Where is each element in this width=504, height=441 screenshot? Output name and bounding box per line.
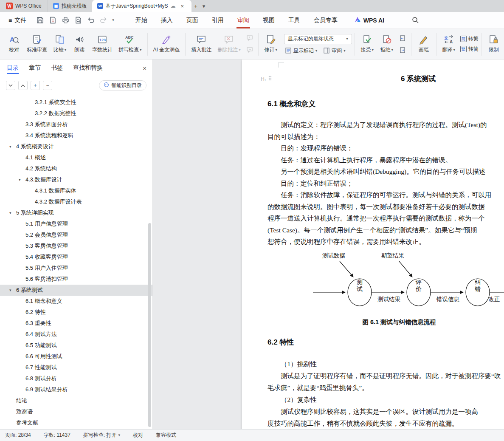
search-button[interactable] bbox=[411, 16, 420, 25]
close-tab-icon[interactable]: × bbox=[178, 3, 187, 9]
menu-tab[interactable]: 开始 bbox=[134, 12, 149, 28]
toc-item[interactable]: ▾ 参考文献 bbox=[0, 417, 152, 428]
smart-toc-button[interactable]: 智能识别目录 bbox=[99, 80, 146, 90]
close-pane-icon[interactable]: × bbox=[143, 65, 146, 72]
next-comment-button[interactable] bbox=[245, 46, 254, 54]
document-canvas[interactable]: H₁ 6 系统测试 6.1 概念和意义 测试的定义：程序测试是为了发现错误而执行… bbox=[153, 59, 504, 429]
ai-polish-button[interactable]: AI 全文润色 bbox=[150, 31, 183, 57]
toc-item[interactable]: ▾ 6.5 功能测试 bbox=[0, 340, 152, 351]
next-revision-button[interactable] bbox=[398, 46, 407, 54]
toc-item[interactable]: ▾ 5.6 客房清扫管理 bbox=[0, 274, 152, 285]
sidebar-panel-tab[interactable]: 书签 bbox=[51, 59, 63, 76]
heading-anchor[interactable]: H₁ bbox=[261, 76, 272, 82]
zoom-out-toc-button[interactable]: − bbox=[43, 81, 52, 90]
save-button[interactable] bbox=[36, 16, 44, 25]
sidebar-panel-tab[interactable]: 目录 bbox=[7, 59, 19, 76]
toc-item[interactable]: ▾ 5.5 用户入住管理 bbox=[0, 263, 152, 274]
page-indicator[interactable]: 页面: 28/34 bbox=[5, 432, 31, 439]
toc-item[interactable]: ▾ 5 系统详细实现 bbox=[0, 207, 152, 218]
document-tab-template[interactable]: ▦ 找稿壳模板 bbox=[48, 0, 92, 12]
toc-item[interactable]: ▾ 6.2 特性 bbox=[0, 307, 152, 318]
sidebar-panel-tab[interactable]: 查找和替换 bbox=[73, 59, 103, 76]
toc-item[interactable]: ▾ 6.8 测试分析 bbox=[0, 373, 152, 384]
menu-tab[interactable]: 引用 bbox=[210, 12, 225, 28]
read-aloud-button[interactable]: 朗读 bbox=[70, 31, 89, 57]
toc-collapse-icon[interactable]: ▾ bbox=[9, 144, 11, 149]
translate-button[interactable]: 文A 翻译▾ bbox=[439, 31, 459, 57]
print-button[interactable] bbox=[61, 16, 70, 25]
to-simplified-button[interactable]: 繁 转简 bbox=[460, 45, 479, 53]
toc-item[interactable]: ▾ 6.3 重要性 bbox=[0, 318, 152, 329]
show-markup-button[interactable]: 显示标记 ▾ bbox=[285, 47, 318, 54]
expand-all-button[interactable] bbox=[6, 81, 15, 90]
sidebar-panel-tab[interactable]: 章节 bbox=[29, 59, 41, 76]
toc-item[interactable]: ▾ 4.1 概述 bbox=[0, 152, 152, 163]
wps-ai-button[interactable]: WPS AI bbox=[355, 17, 384, 24]
toc-item[interactable]: ▾ 3.2.1 系统安全性 bbox=[0, 97, 152, 108]
redo-button[interactable] bbox=[99, 16, 108, 25]
review-pane-button[interactable]: 审阅 ▾ bbox=[323, 47, 346, 54]
toc-item[interactable]: ▾ 4 系统概要设计 bbox=[0, 141, 152, 152]
file-menu-button[interactable]: ≡ 文件 bbox=[5, 17, 30, 24]
toc-item[interactable]: ▾ 3.4 系统流程和逻辑 bbox=[0, 130, 152, 141]
drag-handle-icon[interactable] bbox=[268, 76, 272, 82]
undo-button[interactable] bbox=[87, 16, 95, 25]
toc-collapse-icon[interactable]: ▾ bbox=[19, 178, 21, 182]
toc-scrollbar-thumb[interactable] bbox=[148, 223, 151, 427]
previous-comment-button[interactable] bbox=[245, 34, 254, 42]
print-preview-button[interactable] bbox=[74, 16, 82, 25]
reject-button[interactable]: 拒绝▾ bbox=[377, 31, 397, 57]
menu-tab[interactable]: 审阅 bbox=[236, 12, 251, 28]
proofread-button[interactable]: A 校对 bbox=[4, 31, 24, 57]
document-page[interactable]: H₁ 6 系统测试 6.1 概念和意义 测试的定义：程序测试是为了发现错误而执行… bbox=[242, 59, 504, 429]
toc-item[interactable]: ▾ 4.3.2 数据库设计表 bbox=[0, 196, 152, 207]
toc-item[interactable]: ▾ 4.3.1 数据库实体 bbox=[0, 185, 152, 196]
compare-button[interactable]: 比较▾ bbox=[50, 31, 70, 57]
toc-item[interactable]: ▾ 3.3 系统界面分析 bbox=[0, 119, 152, 130]
revision-button[interactable]: 修订▾ bbox=[261, 31, 281, 57]
previous-revision-button[interactable] bbox=[398, 34, 407, 42]
toc-item[interactable]: ▾ 6.4 测试方法 bbox=[0, 329, 152, 340]
toc-collapse-icon[interactable]: ▾ bbox=[9, 288, 11, 292]
menu-tab[interactable]: 插入 bbox=[159, 12, 175, 28]
toc-item[interactable]: ▾ 5.1 用户信息管理 bbox=[0, 218, 152, 229]
toc-item[interactable]: ▾ 5.3 客房信息管理 bbox=[0, 240, 152, 252]
app-logo[interactable]: W WPS Office bbox=[0, 0, 48, 12]
redo-dropdown-icon[interactable]: ▾ bbox=[112, 18, 114, 22]
restrict-button[interactable]: 限制 bbox=[484, 31, 504, 57]
menu-tab[interactable]: 页面 bbox=[185, 12, 200, 28]
export-pdf-button[interactable] bbox=[48, 16, 57, 25]
delete-comment-button[interactable]: 删除批注▾ bbox=[214, 31, 244, 57]
toc-item[interactable]: ▾ 6.7 性能测试 bbox=[0, 362, 152, 373]
toc-item[interactable]: ▾ 结论 bbox=[0, 395, 152, 406]
toc-item[interactable]: ▾ 5.4 收藏客房管理 bbox=[0, 252, 152, 263]
toc-item[interactable]: ▾ 致谢语 bbox=[0, 406, 152, 417]
to-traditional-button[interactable]: 简 转繁 bbox=[460, 35, 479, 42]
markup-state-select[interactable]: 显示标记的最终状态 ▾ bbox=[284, 34, 352, 44]
menu-tab[interactable]: 工具 bbox=[287, 12, 302, 28]
new-tab-button[interactable]: + bbox=[191, 0, 200, 12]
toc-item[interactable]: ▾ 6.6 可用性测试 bbox=[0, 351, 152, 362]
menu-tab[interactable]: 视图 bbox=[261, 12, 276, 28]
toc-collapse-icon[interactable]: ▾ bbox=[9, 211, 11, 215]
toc-item[interactable]: ▾ 3.2.2 数据完整性 bbox=[0, 108, 152, 119]
insert-comment-button[interactable]: 插入批注 bbox=[188, 31, 214, 57]
zoom-in-toc-button[interactable]: + bbox=[31, 81, 40, 90]
document-tab-active[interactable]: W 基于Java+SpringBoot+MyS ☁ × bbox=[92, 0, 191, 12]
toc-item[interactable]: ▾ 4.3.数据库设计 bbox=[0, 174, 152, 185]
toc-item[interactable]: ▾ 6 系统测试 bbox=[0, 285, 152, 296]
word-count-button[interactable]: 123 字数统计 bbox=[89, 31, 115, 57]
collapse-all-button[interactable] bbox=[18, 81, 28, 90]
standard-review-button[interactable]: 标准审查 bbox=[24, 31, 50, 57]
pen-button[interactable]: 画笔 bbox=[414, 31, 434, 57]
toc-item[interactable]: ▾ 4.2 系统结构 bbox=[0, 163, 152, 174]
spell-check-indicator[interactable]: 拼写检查: 打开 ▾ bbox=[83, 432, 120, 439]
toc-item[interactable]: ▾ 5.2 会员信息管理 bbox=[0, 229, 152, 240]
toc-item[interactable]: ▾ 6.1 概念和意义 bbox=[0, 296, 152, 307]
accept-button[interactable]: 接受▾ bbox=[358, 31, 377, 57]
spell-check-button[interactable]: ABC 拼写检查▾ bbox=[115, 31, 145, 57]
tab-list-dropdown-icon[interactable]: ▾ bbox=[200, 0, 208, 12]
menu-tab[interactable]: 会员专享 bbox=[312, 12, 339, 28]
toc-item[interactable]: ▾ 6.9 测试结果分析 bbox=[0, 384, 152, 395]
proofread-indicator[interactable]: 校对 bbox=[133, 432, 143, 439]
